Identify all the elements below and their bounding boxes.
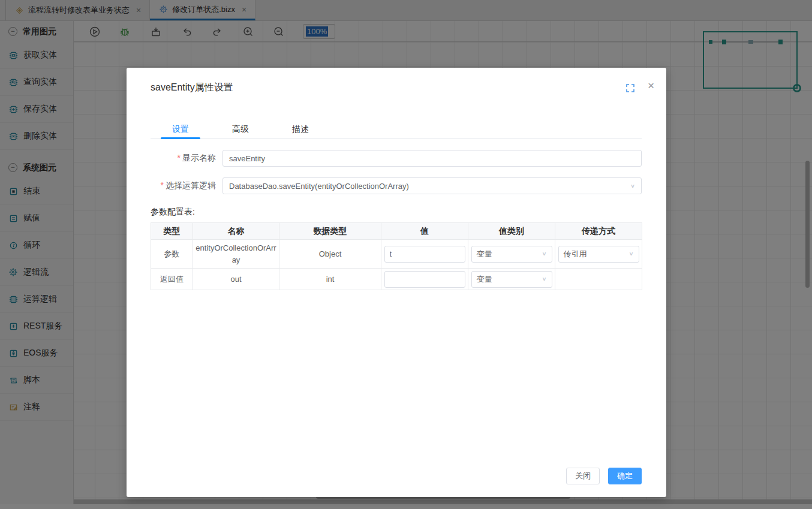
dialog-footer: 关闭 确定 [566,468,642,484]
cell-type: 返回值 [151,269,193,290]
tab-advanced[interactable]: 高级 [210,122,270,138]
display-name-row: *显示名称 [127,150,642,167]
col-type: 类型 [151,223,193,240]
save-entity-properties-dialog: saveEntity属性设置 × 设置 高级 描述 *显示名称 *选择运算逻辑 … [127,68,666,497]
display-name-label: *显示名称 [127,153,222,164]
param-config-table: 类型 名称 数据类型 值 值类别 传递方式 参数 entityOrCollect… [151,222,642,290]
pass-mode-select[interactable]: 传引用∨ [558,246,639,263]
table-row: 返回值 out int 变量∨ [151,269,642,290]
tab-settings[interactable]: 设置 [151,122,210,138]
fullscreen-icon[interactable] [625,83,635,93]
value-category-select[interactable]: 变量∨ [471,246,552,263]
col-data-type: 数据类型 [279,223,381,240]
logic-select[interactable]: DatabaseDao.saveEntity(entityOrCollectio… [222,177,642,194]
value-category-select[interactable]: 变量∨ [471,271,552,288]
cell-type: 参数 [151,240,193,269]
chevron-down-icon: ∨ [542,276,546,282]
dialog-tabs: 设置 高级 描述 [151,122,642,138]
display-name-input[interactable] [222,150,642,167]
cell-name: entityOrCollectionOrArray [193,240,279,269]
col-value: 值 [381,223,468,240]
col-pass-mode: 传递方式 [555,223,642,240]
close-button[interactable]: 关闭 [566,468,600,484]
required-asterisk: * [161,180,164,190]
cell-data-type: Object [279,240,381,269]
col-name: 名称 [193,223,279,240]
close-icon[interactable]: × [648,80,654,91]
logic-select-row: *选择运算逻辑 DatabaseDao.saveEntity(entityOrC… [127,177,642,194]
cell-pass-mode-empty [555,269,642,290]
logic-select-label: *选择运算逻辑 [127,180,222,191]
tab-description[interactable]: 描述 [270,122,330,138]
logic-select-value: DatabaseDao.saveEntity(entityOrCollectio… [229,182,409,191]
chevron-down-icon: ∨ [630,183,635,189]
app-window: 流程流转时修改表单业务状态 × 修改订单状态.bizx × − 常用图元 获取实… [0,0,812,509]
chevron-down-icon: ∨ [542,251,546,257]
return-value-input[interactable] [384,271,465,288]
param-table-caption: 参数配置表: [151,207,195,218]
table-header-row: 类型 名称 数据类型 值 值类别 传递方式 [151,223,642,240]
col-value-category: 值类别 [468,223,555,240]
required-asterisk: * [178,153,181,162]
dialog-title: saveEntity属性设置 [151,82,233,94]
confirm-button[interactable]: 确定 [608,468,642,484]
table-row: 参数 entityOrCollectionOrArray Object 变量∨ … [151,240,642,269]
cell-name: out [193,269,279,290]
cell-data-type: int [279,269,381,290]
param-value-input[interactable] [384,246,465,263]
chevron-down-icon: ∨ [628,251,633,257]
